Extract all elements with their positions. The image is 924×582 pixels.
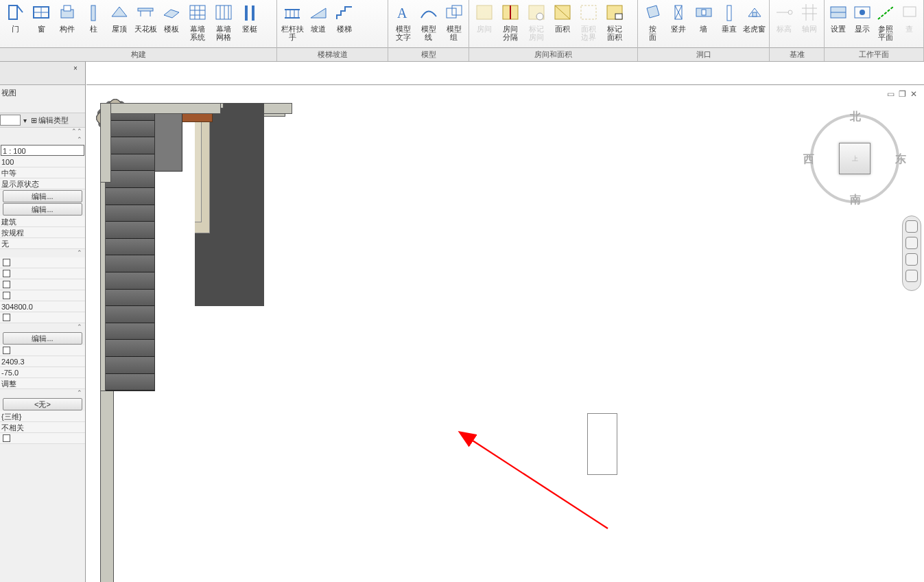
nav-orbit-icon[interactable] [905, 270, 918, 282]
dependency: 不相关 [0, 422, 85, 433]
default-analysis[interactable]: 无 [0, 238, 85, 249]
model-line-icon [418, 3, 439, 23]
ribbon-column-button[interactable]: 柱 [80, 1, 106, 48]
ribbon-shaft-button[interactable]: 竖井 [665, 1, 691, 48]
collapse-toggle-2[interactable]: ⌃ [0, 136, 85, 144]
cube-east[interactable]: 东 [895, 152, 906, 167]
tag-area-icon [604, 3, 625, 23]
ribbon-show-button[interactable]: 显示 [851, 1, 875, 48]
edit-type-icon: ⊞ [31, 116, 37, 125]
checkbox-3[interactable] [3, 281, 10, 288]
ribbon-model-line-button[interactable]: 模型线 [416, 1, 441, 48]
ribbon-door-button[interactable]: 门 [2, 1, 28, 48]
discipline[interactable]: 建筑 [0, 216, 85, 227]
ribbon-component-button[interactable]: 构件 [54, 1, 80, 48]
ribbon-set-button[interactable]: 设置 [827, 1, 851, 48]
view-scale-input[interactable]: 1 : 100 [1, 145, 84, 156]
cube-west[interactable]: 西 [803, 152, 814, 167]
edit-type-button[interactable]: 编辑类型 [38, 115, 69, 126]
ribbon-room-sep-button[interactable]: 房间分隔 [497, 1, 523, 48]
group-label-洞口: 洞口 [638, 48, 770, 61]
component-icon [57, 3, 78, 23]
target-elevation[interactable]: -75.0 [0, 367, 85, 378]
cube-south[interactable]: 南 [850, 193, 861, 207]
ribbon-stair-button[interactable]: 楼梯 [331, 1, 357, 48]
svg-line-58 [878, 7, 893, 19]
ribbon-ceiling-button[interactable]: 天花板 [132, 1, 158, 48]
floorplan-canvas[interactable] [100, 103, 923, 582]
ribbon-wall-open-button[interactable]: 墙 [691, 1, 716, 48]
type-selector-dropdown[interactable] [0, 115, 21, 126]
room-sep-label: 房间分隔 [503, 25, 518, 41]
view-restore[interactable]: ❐ [899, 89, 906, 99]
view-type-label: 视图 [1, 88, 84, 98]
edit-type-row: ▾ ⊞ 编辑类型 [0, 113, 85, 128]
ribbon-model-group-button[interactable]: 模型组 [441, 1, 466, 48]
view-minimize[interactable]: ▭ [887, 89, 895, 99]
checkbox-5[interactable] [3, 314, 10, 321]
camera-position[interactable]: 调整 [0, 378, 85, 389]
tag-room-label: 标记房间 [529, 25, 544, 41]
door-label: 门 [12, 25, 19, 33]
ribbon-ramp-button[interactable]: 坡道 [305, 1, 331, 48]
view-cube[interactable]: 上 北 南 西 东 [810, 114, 899, 203]
ribbon-roof-button[interactable]: 屋顶 [106, 1, 132, 48]
ribbon-vertical-button[interactable]: 垂直 [716, 1, 742, 48]
svg-rect-29 [447, 8, 456, 18]
visibility-display[interactable]: 显示原状态 [0, 178, 85, 189]
cube-top-face[interactable]: 上 [839, 143, 870, 174]
checkbox-7[interactable] [3, 434, 10, 442]
ribbon-curtain-system-button[interactable]: 幕墙系统 [185, 1, 211, 48]
ribbon-level-button: 标高 [772, 1, 797, 48]
model-text-label: 模型文字 [396, 25, 411, 41]
ribbon-dormer-button[interactable]: 老虎窗 [742, 1, 767, 48]
edit-button-2[interactable]: 编辑... [3, 203, 82, 216]
wall-open-label: 墙 [700, 25, 707, 33]
ribbon-ref-plane-button[interactable]: 参照平面 [874, 1, 898, 48]
ribbon-mullion-button[interactable]: 竖梃 [237, 1, 263, 48]
panel-close-button[interactable]: × [73, 65, 82, 73]
edit-button-3[interactable]: 编辑... [3, 332, 82, 345]
ribbon-by-face-button[interactable]: 按面 [640, 1, 665, 48]
checkbox-2[interactable] [3, 270, 10, 277]
ribbon-floor-button[interactable]: 楼板 [158, 1, 185, 48]
far-clip-offset[interactable]: 304800.0 [0, 301, 85, 312]
section-box-btn[interactable]: <无> [3, 398, 82, 410]
show-hidden[interactable]: 按规程 [0, 227, 85, 238]
ribbon-window-button[interactable]: 窗 [28, 1, 54, 48]
eye-elevation[interactable]: 2409.3 [0, 356, 85, 367]
grid-icon [799, 3, 820, 23]
ribbon-model-text-button[interactable]: A模型文字 [390, 1, 416, 48]
ribbon-railing-button[interactable]: 栏杆扶手 [279, 1, 305, 48]
wall-open-icon [694, 3, 714, 23]
ribbon-curtain-grid-button[interactable]: 幕墙网格 [211, 1, 237, 48]
collapse-toggle-4[interactable]: ⌃ [0, 323, 85, 331]
view-close[interactable]: ✕ [910, 89, 917, 99]
ceiling-icon [135, 3, 156, 23]
checkbox-4[interactable] [3, 292, 10, 299]
ribbon-group-工作平面: 设置显示参照平面查 [825, 0, 924, 48]
checkbox-6[interactable] [3, 347, 10, 354]
collapse-toggle-5[interactable]: ⌃ [0, 389, 85, 397]
shaft-label: 竖井 [671, 25, 686, 33]
view-name-3d: {三维} [0, 411, 85, 422]
nav-zoom-icon[interactable] [905, 253, 918, 266]
edit-button-1[interactable]: 编辑... [3, 190, 82, 202]
view-area[interactable]: ▭ ❐ ✕ [86, 62, 924, 582]
model-text-icon: A [393, 3, 414, 23]
floor-icon [161, 3, 182, 23]
nav-wheel-icon[interactable] [905, 220, 918, 233]
ribbon-area-button[interactable]: 面积 [549, 1, 576, 48]
cube-north[interactable]: 北 [850, 110, 861, 124]
navigation-bar[interactable] [902, 216, 921, 291]
collapse-toggle-3[interactable]: ⌃ [0, 249, 85, 257]
collapse-toggle[interactable]: ⌃⌃ [0, 128, 85, 136]
nav-pan-icon[interactable] [905, 237, 918, 249]
ribbon-tag-area-button[interactable]: 标记面积 [602, 1, 628, 48]
checkbox-1[interactable] [3, 259, 10, 266]
viewer-label: 查 [905, 25, 913, 33]
svg-rect-6 [64, 5, 71, 11]
component-label: 构件 [60, 25, 75, 33]
detail-level[interactable]: 中等 [0, 167, 85, 178]
svg-rect-45 [702, 10, 706, 15]
